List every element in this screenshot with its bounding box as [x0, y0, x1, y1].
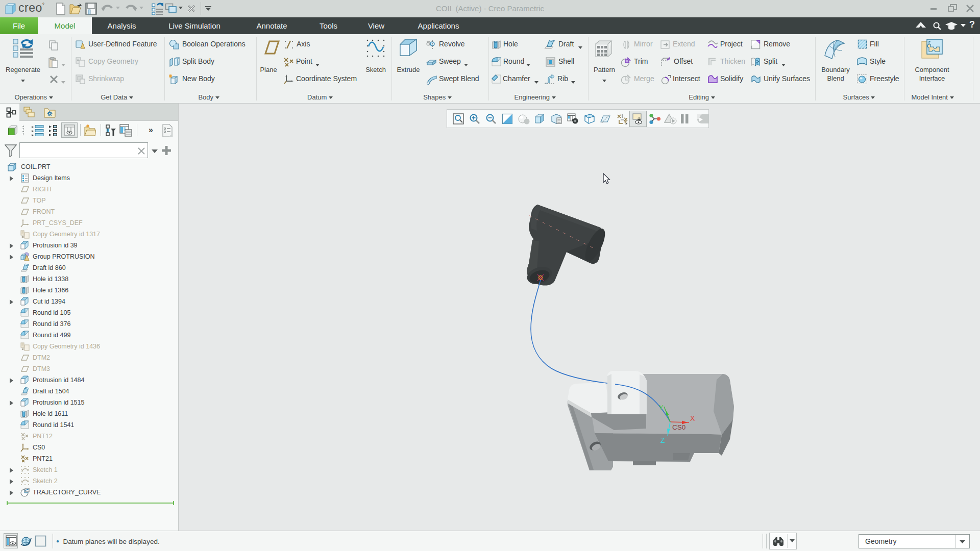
svg-text:CS0: CS0	[672, 423, 685, 431]
svg-text:Y: Y	[659, 404, 664, 411]
svg-text:Z: Z	[660, 436, 665, 444]
svg-text:X: X	[690, 414, 695, 422]
